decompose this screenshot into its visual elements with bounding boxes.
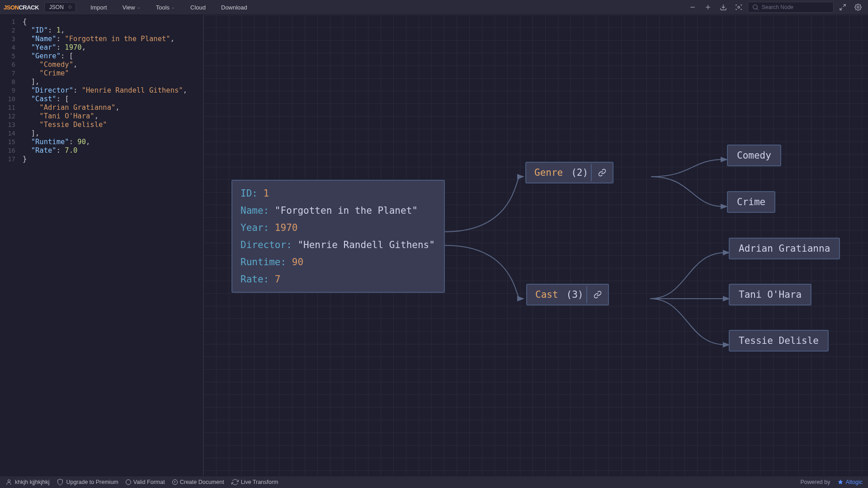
branch-count: (2) [571,167,591,178]
menu-cloud[interactable]: Cloud [184,2,212,13]
graph-canvas[interactable]: ID: 1Name: "Forgotten in the Planet"Year… [203,15,868,476]
sync-icon [231,479,239,486]
shield-icon [57,479,64,486]
svg-point-17 [8,480,10,482]
svg-line-8 [840,8,842,10]
menu-view[interactable]: View⌄ [116,2,147,13]
status-bar: khkjh kjjhkjhkj Upgrade to Premium Valid… [0,476,868,488]
search-icon [752,4,759,11]
svg-line-6 [757,9,758,10]
line-gutter: 1234567891011121314151617 [0,15,22,476]
svg-point-9 [857,6,859,8]
format-select[interactable]: JSON [44,2,76,12]
app-logo: JSONCRACK [4,4,39,11]
center-icon[interactable] [732,1,745,14]
live-transform[interactable]: Live Transform [231,479,278,486]
link-icon[interactable] [591,164,613,181]
chevron-down-icon: ⌄ [137,5,141,9]
svg-marker-10 [517,174,524,179]
search-input[interactable] [762,4,830,10]
valid-format[interactable]: Valid Format [126,479,165,485]
branch-label: Genre [526,163,571,183]
chevron-down-icon: ⌄ [171,5,175,9]
zoom-in-icon[interactable] [702,1,714,14]
branch-label: Cast [527,285,566,305]
leaf-node[interactable]: Tessie Delisle [729,330,829,352]
code-editor[interactable]: 1234567891011121314151617 { "ID": 1, "Na… [0,15,203,476]
top-toolbar: JSONCRACK JSON Import View⌄ Tools⌄ Cloud… [0,0,868,15]
settings-icon[interactable] [852,1,864,14]
menu-import[interactable]: Import [84,2,113,13]
menu-download[interactable]: Download [215,2,254,13]
leaf-node[interactable]: Comedy [727,145,781,166]
zoom-out-icon[interactable] [686,1,699,14]
code-content: { "ID": 1, "Name": "Forgotten in the Pla… [22,15,187,476]
upgrade-link[interactable]: Upgrade to Premium [57,479,118,486]
root-node[interactable]: ID: 1Name: "Forgotten in the Planet"Year… [231,180,445,293]
search-box[interactable] [748,2,834,13]
user-icon [5,479,13,486]
menu-tools[interactable]: Tools⌄ [150,2,181,13]
svg-line-7 [843,5,845,7]
svg-point-4 [738,6,740,8]
leaf-node[interactable]: Adrian Gratianna [729,238,840,259]
branch-node-cast[interactable]: Cast (3) [526,284,609,305]
link-icon[interactable] [586,286,608,303]
leaf-node[interactable]: Tani O'Hara [729,284,811,305]
svg-point-5 [753,5,757,9]
altogic-link[interactable]: Altogic [837,479,863,485]
leaf-node[interactable]: Crime [727,191,775,213]
circle-icon [126,479,131,485]
fullscreen-icon[interactable] [836,1,849,14]
branch-node-genre[interactable]: Genre (2) [525,162,613,183]
altogic-icon [837,479,844,485]
user-badge[interactable]: khkjh kjjhkjhkj [5,479,49,486]
download-icon[interactable] [717,1,730,14]
powered-by-label: Powered by [800,479,830,485]
plus-circle-icon: + [172,479,178,485]
svg-marker-11 [517,296,524,301]
branch-count: (3) [566,289,586,300]
create-doc[interactable]: + Create Document [172,479,224,485]
